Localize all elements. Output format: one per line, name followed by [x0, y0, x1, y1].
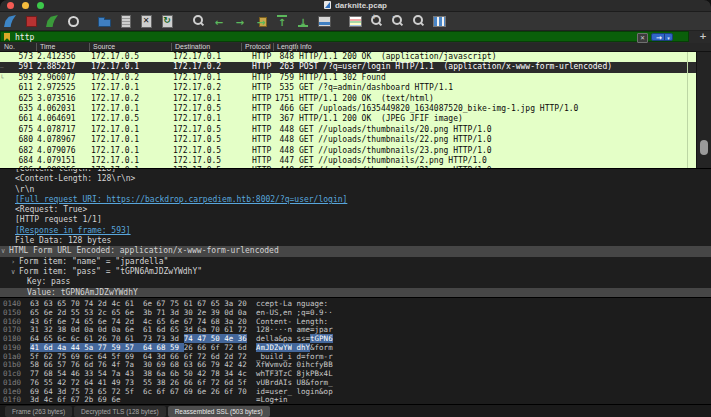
packet-row[interactable]: 6844.079151172.17.0.1172.17.0.5HTTP447GE… [0, 156, 697, 166]
column-header-protocol[interactable]: Protocol [241, 43, 271, 51]
detail-tree-item[interactable]: [Full request URI: https://backdrop.carp… [0, 195, 711, 205]
hex-byte: 79 [211, 360, 225, 369]
detail-tree-item[interactable]: \r\n [0, 185, 711, 195]
hex-byte: 61 [143, 325, 157, 334]
hex-byte: 73 [125, 378, 134, 387]
filter-apply-caret-icon[interactable]: ▾ [664, 34, 672, 40]
hex-byte: 38 [57, 325, 71, 334]
column-header-no[interactable]: No. [1, 43, 15, 51]
detail-link[interactable]: [Response in frame: 593] [15, 226, 131, 235]
detail-tree-item[interactable]: ∨HTML Form URL Encoded: application/x-ww… [0, 246, 711, 256]
byte-source-tab[interactable]: Decrypted TLS (128 bytes) [74, 406, 166, 417]
ascii-char [328, 317, 333, 326]
packet-row[interactable]: 6804.078967172.17.0.1172.17.0.5HTTP448GE… [0, 135, 697, 145]
hex-row[interactable]: 01f0 3d 4c 6f 67 2b 69 6e =Log+in [0, 396, 711, 404]
go-forward-icon[interactable]: → [233, 14, 247, 28]
detail-text: [Content length: 128] [15, 168, 116, 173]
zoom-reset-icon[interactable] [411, 14, 425, 28]
packet-row[interactable]: –5912.885217172.17.0.1172.17.0.2HTTP263P… [0, 62, 711, 72]
auto-scroll-icon[interactable] [317, 14, 331, 28]
column-header-info[interactable]: Info [296, 43, 312, 51]
hex-byte: 20 [238, 317, 247, 326]
close-file-icon[interactable] [139, 14, 153, 28]
restart-capture-icon[interactable] [45, 14, 59, 28]
hex-byte: 6d [238, 343, 247, 352]
detail-tree-item[interactable]: [Response in frame: 593] [0, 226, 711, 236]
go-last-icon[interactable]: ↓ [296, 14, 310, 28]
stop-capture-icon[interactable] [24, 14, 38, 28]
hex-byte: 72 [224, 343, 238, 352]
packet-row[interactable]: 6112.972525172.17.0.1172.17.0.2HTTP535GE… [0, 83, 697, 93]
packet-list-scrollbar[interactable] [696, 52, 711, 168]
ascii-char: t [310, 334, 315, 343]
packet-row[interactable]: 6754.078717172.17.0.1172.17.0.5HTTP448GE… [0, 125, 697, 135]
hex-byte: 31 [30, 325, 44, 334]
detail-tree-item[interactable]: ›Form item: "name" = "jpardella" [0, 257, 711, 267]
go-back-icon[interactable]: ← [212, 14, 226, 28]
detail-link[interactable]: [Full request URI: https://backdrop.carp… [15, 195, 347, 204]
packet-row[interactable]: └5932.966077172.17.0.2172.17.0.1HTTP759H… [0, 73, 697, 83]
hex-byte: 54 [57, 369, 71, 378]
cell-src: 172.17.0.1 [91, 146, 139, 156]
tree-expander-icon[interactable]: › [11, 257, 15, 267]
open-file-icon[interactable] [97, 14, 111, 28]
packet-details-pane: [Content length: 128]<Content-Length: 12… [0, 168, 711, 298]
resize-columns-icon[interactable] [432, 14, 446, 28]
filter-bookmark-icon[interactable] [4, 33, 10, 41]
hex-byte: 75 [71, 387, 85, 396]
hex-offset: 01b0 [3, 360, 21, 369]
add-filter-button[interactable]: + [698, 31, 708, 42]
hex-byte: 59 [170, 343, 184, 352]
display-filter-input[interactable]: http ✕ →▾ [0, 31, 689, 42]
detail-tree-item[interactable]: ∨Form item: "pass" = "tGPN6AmJDZwYWdhY" [0, 267, 711, 277]
hex-byte: 6e [111, 395, 120, 404]
hex-byte: 65 [211, 299, 225, 308]
detail-tree-item[interactable]: <Request: True> [0, 205, 711, 215]
colorize-icon[interactable] [348, 14, 362, 28]
detail-tree-item[interactable]: <Content-Length: 128\r\n> [0, 174, 711, 184]
hex-byte: 6f [211, 343, 225, 352]
hex-byte: 69 [184, 387, 198, 396]
reload-file-icon[interactable] [160, 14, 174, 28]
find-packet-icon[interactable] [191, 14, 205, 28]
packet-row[interactable]: 6614.064691172.17.0.5172.17.0.1HTTP367HT… [0, 114, 697, 124]
packet-row[interactable]: 6253.073516172.17.0.2172.17.0.1HTTP1751H… [0, 94, 697, 104]
tree-expander-icon[interactable]: ∨ [1, 246, 5, 256]
hex-offset: 01e0 [3, 387, 21, 396]
column-header-destination[interactable]: Destination [171, 43, 210, 51]
packet-row[interactable]: 5732.412356172.17.0.5172.17.0.1HTTP848HT… [0, 52, 697, 62]
detail-tree-item[interactable]: [HTTP request 1/1] [0, 215, 711, 225]
hex-byte: 66 [184, 378, 198, 387]
packet-row[interactable]: 6354.062031172.17.0.1172.17.0.5HTTP466GE… [0, 104, 697, 114]
go-first-icon[interactable]: ↑ [275, 14, 289, 28]
zoom-out-icon[interactable]: − [390, 14, 404, 28]
go-to-packet-icon[interactable]: → [254, 14, 268, 28]
column-header-length[interactable]: Length [273, 43, 298, 51]
hex-byte: 5f [125, 387, 134, 396]
byte-source-tab[interactable]: Reassembled SSL (503 bytes) [168, 406, 270, 417]
hex-byte: 0d [224, 308, 238, 317]
capture-options-icon[interactable] [66, 14, 80, 28]
filter-clear-icon[interactable]: ✕ [637, 33, 648, 43]
hex-byte: 76 [98, 360, 112, 369]
cell-time: 4.079151 [37, 156, 76, 166]
column-header-time[interactable]: Time [36, 43, 55, 51]
column-header-source[interactable]: Source [89, 43, 115, 51]
tree-expander-icon[interactable]: ∨ [11, 267, 15, 277]
detail-tree-item[interactable]: Key: pass [0, 277, 711, 287]
filter-apply-button[interactable]: →▾ [651, 33, 673, 41]
byte-source-tab[interactable]: Frame (263 bytes) [5, 406, 72, 417]
hex-offset: 0150 [3, 308, 21, 317]
start-capture-icon[interactable] [3, 14, 17, 28]
save-file-icon[interactable] [118, 14, 132, 28]
hex-byte: 2e [197, 308, 211, 317]
zoom-in-icon[interactable]: + [369, 14, 383, 28]
hex-byte: 6e [125, 325, 134, 334]
detail-tree-item[interactable]: File Data: 128 bytes [0, 236, 711, 246]
packet-row[interactable]: 6824.079076172.17.0.1172.17.0.5HTTP448GE… [0, 146, 697, 156]
hex-byte: 74 [197, 317, 211, 326]
cell-no: 573 [0, 52, 33, 62]
hex-byte: 67 [157, 299, 171, 308]
scrollbar-thumb[interactable] [700, 140, 708, 155]
cell-info: GET //uploads/thumbnails/2.png HTTP/1.0 [299, 156, 487, 166]
